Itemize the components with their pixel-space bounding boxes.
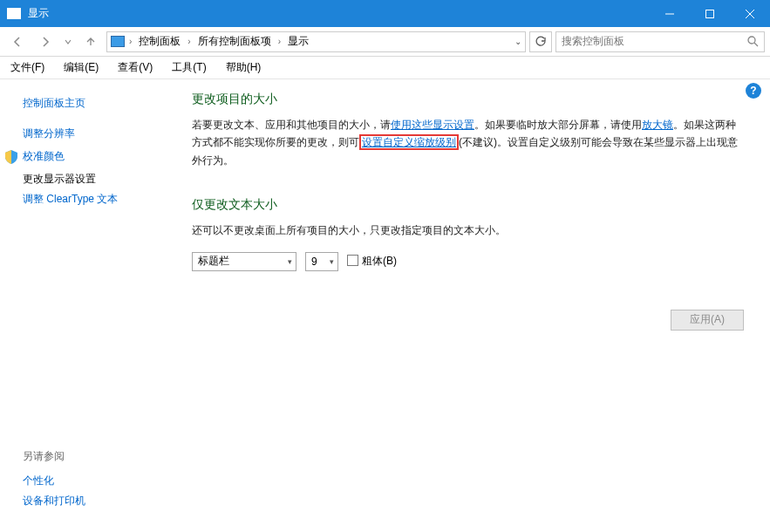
menu-help[interactable]: 帮助(H) xyxy=(222,58,265,77)
sidebar-item-calibrate[interactable]: 校准颜色 xyxy=(23,147,65,167)
sidebar-item-displaysettings[interactable]: 更改显示器设置 xyxy=(23,169,174,189)
app-icon xyxy=(7,8,21,19)
maximize-button[interactable] xyxy=(690,0,730,27)
apply-button[interactable]: 应用(A) xyxy=(671,310,744,331)
up-button[interactable] xyxy=(78,30,103,54)
search-icon xyxy=(747,36,759,47)
search-placeholder: 搜索控制面板 xyxy=(562,34,747,49)
titlebar: 显示 xyxy=(0,0,770,27)
see-also-personalization[interactable]: 个性化 xyxy=(23,471,174,491)
section2-title: 仅更改文本大小 xyxy=(192,197,744,213)
see-also-header: 另请参阅 xyxy=(23,449,174,464)
menu-tools[interactable]: 工具(T) xyxy=(168,58,209,77)
minimize-button[interactable] xyxy=(650,0,690,27)
sidebar-home-link[interactable]: 控制面板主页 xyxy=(23,93,174,113)
refresh-button[interactable] xyxy=(529,31,552,52)
checkbox-box xyxy=(347,255,358,266)
window-title: 显示 xyxy=(28,6,49,21)
search-input[interactable]: 搜索控制面板 xyxy=(555,31,765,52)
svg-line-5 xyxy=(754,43,758,46)
forward-button[interactable] xyxy=(33,30,58,54)
chevron-down-icon: ▾ xyxy=(324,257,334,266)
link-custom-scaling[interactable]: 设置自定义缩放级别 xyxy=(359,134,459,150)
address-bar-row: › 控制面板 › 所有控制面板项 › 显示 ⌄ 搜索控制面板 xyxy=(0,27,770,57)
close-button[interactable] xyxy=(730,0,770,27)
menu-file[interactable]: 文件(F) xyxy=(7,58,48,77)
chevron-right-icon: › xyxy=(128,37,133,46)
breadcrumb-item[interactable]: 显示 xyxy=(285,34,311,49)
content-pane: 更改项目的大小 若要更改文本、应用和其他项目的大小，请使用这些显示设置。如果要临… xyxy=(174,79,770,532)
chevron-down-icon: ▾ xyxy=(283,257,292,266)
sidebar-item-resolution[interactable]: 调整分辨率 xyxy=(23,124,174,144)
menu-edit[interactable]: 编辑(E) xyxy=(60,58,102,77)
link-magnifier[interactable]: 放大镜 xyxy=(642,119,673,131)
svg-point-4 xyxy=(748,37,755,44)
sidebar: 控制面板主页 调整分辨率 校准颜色 更改显示器设置 调整 ClearType 文… xyxy=(0,79,174,532)
item-select[interactable]: 标题栏 ▾ xyxy=(192,252,296,271)
see-also-devices[interactable]: 设备和打印机 xyxy=(23,491,174,511)
section1-paragraph: 若要更改文本、应用和其他项目的大小，请使用这些显示设置。如果要临时放大部分屏幕，… xyxy=(192,116,744,169)
breadcrumb-item[interactable]: 控制面板 xyxy=(136,34,183,49)
breadcrumb-item[interactable]: 所有控制面板项 xyxy=(195,34,274,49)
chevron-down-icon[interactable]: ⌄ xyxy=(514,37,521,46)
bold-checkbox[interactable]: 粗体(B) xyxy=(347,254,397,269)
menu-view[interactable]: 查看(V) xyxy=(114,58,156,77)
chevron-right-icon: › xyxy=(277,37,282,46)
recent-dropdown[interactable] xyxy=(61,30,75,54)
address-bar[interactable]: › 控制面板 › 所有控制面板项 › 显示 ⌄ xyxy=(106,31,526,52)
chevron-right-icon: › xyxy=(187,37,191,46)
svg-rect-1 xyxy=(706,10,714,17)
back-button[interactable] xyxy=(5,30,30,54)
section1-title: 更改项目的大小 xyxy=(192,92,744,107)
size-select[interactable]: 9 ▾ xyxy=(305,252,338,271)
bold-label: 粗体(B) xyxy=(362,255,397,267)
section2-paragraph: 还可以不更改桌面上所有项目的大小，只更改指定项目的文本大小。 xyxy=(192,222,744,239)
link-display-settings[interactable]: 使用这些显示设置 xyxy=(391,119,474,131)
text-size-controls: 标题栏 ▾ 9 ▾ 粗体(B) xyxy=(192,252,744,271)
sidebar-item-cleartype[interactable]: 调整 ClearType 文本 xyxy=(23,189,174,209)
menubar: 文件(F) 编辑(E) 查看(V) 工具(T) 帮助(H) xyxy=(0,57,770,79)
shield-icon xyxy=(5,150,17,164)
location-icon xyxy=(111,36,125,47)
